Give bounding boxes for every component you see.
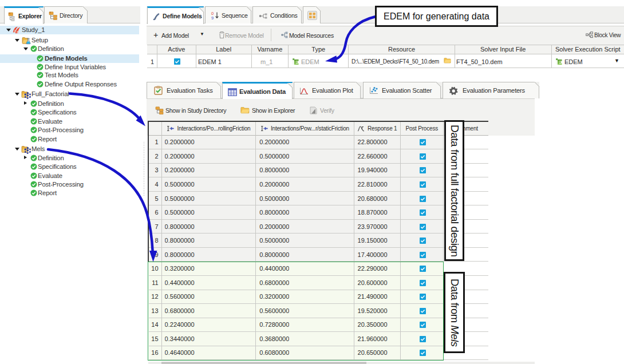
svg-text:9: 9 <box>211 15 214 20</box>
